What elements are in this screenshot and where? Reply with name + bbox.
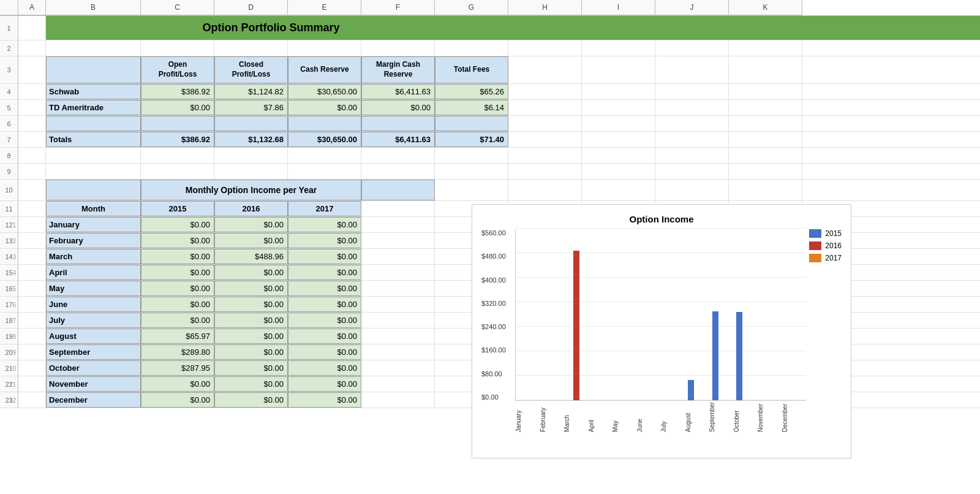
month-december: December [46,392,141,408]
month-march-2016: $488.96 [214,249,288,264]
totals-closed-pl: $1,132.68 [214,132,288,147]
legend-item: 2016 [809,241,842,250]
row-7: 7 Totals $386.92 $1,132.68 $30,650.00 $6… [0,132,980,148]
schwab-cash-reserve: $30,650.00 [288,84,361,99]
cell-h1 [496,16,980,40]
bar-group [712,311,732,400]
month-may-2015: $0.00 [141,281,214,296]
totals-total-fees: $71.40 [435,132,508,147]
y-axis-label: $80.00 [481,370,512,378]
month-february-2015: $0.00 [141,233,214,248]
y-axis-label: $160.00 [481,346,512,354]
rownum-13: 13 2 [0,233,18,248]
month-col-header: Month [46,201,141,216]
x-axis-label: December [782,402,806,433]
schwab-open-pl: $386.92 [141,84,214,99]
totals-cash-reserve: $30,650.00 [288,132,361,147]
schwab-total-fees: $65.26 [435,84,508,99]
chart-grid-line [516,375,806,376]
header-broker [46,56,141,83]
rownum-18: 18 7 [0,313,18,328]
column-headers: A B C D E F G H I J K [0,0,980,16]
month-september-2016: $0.00 [214,344,288,360]
month-october: October [46,360,141,376]
month-february-2016: $0.00 [214,233,288,248]
totals-label: Totals [46,132,141,147]
month-july-2017: $0.00 [288,313,361,328]
month-january-2016: $0.00 [214,217,288,232]
x-axis-label: June [636,402,661,433]
x-axis-label: May [612,402,636,433]
month-march: March [46,249,141,264]
monthly-section-label [46,180,141,200]
year2015-col-header: 2015 [141,201,214,216]
year2017-col-header: 2017 [288,201,361,216]
x-axis-label: October [733,402,758,433]
chart-plot [515,229,806,401]
corner-cell [0,0,18,15]
legend-color [809,229,821,238]
month-december-2016: $0.00 [214,392,288,408]
month-march-2015: $0.00 [141,249,214,264]
chart-grid-line [516,400,806,400]
header-total-fees: Total Fees [435,56,508,83]
month-october-2017: $0.00 [288,360,361,376]
schwab-margin-cash: $6,411.63 [361,84,435,99]
y-axis-label: $560.00 [481,229,512,237]
rownum-11: 11 [0,201,18,216]
month-february: February [46,233,141,248]
month-march-2017: $0.00 [288,249,361,264]
month-april: April [46,265,141,280]
schwab-label: Schwab [46,84,141,99]
legend-color [809,254,821,262]
x-axis: JanuaryFebruaryMarchAprilMayJuneJulyAugu… [515,402,806,433]
chart-grid-line [516,228,806,229]
month-february-2017: $0.00 [288,233,361,248]
rownum-3: 3 [0,56,18,83]
chart-area: $0.00$80.00$160.00$240.00$320.00$400.00$… [481,229,800,425]
month-september-2017: $0.00 [288,344,361,360]
option-income-chart: Option Income $0.00$80.00$160.00$240.00$… [472,204,851,458]
month-may-2017: $0.00 [288,281,361,296]
y-axis-label: $240.00 [481,323,512,330]
td-cash-reserve: $0.00 [288,100,361,115]
col-h-header: H [508,0,582,15]
header-closed-pl: ClosedProfit/Loss [214,56,288,83]
rownum-4: 4 [0,84,18,99]
bar-group [567,251,586,400]
monthly-section-title: Monthly Option Income per Year [141,180,361,200]
header-open-pl: OpenProfit/Loss [141,56,214,83]
row-9: 9 [0,164,980,180]
month-may-2016: $0.00 [214,281,288,296]
chart-title: Option Income [481,214,842,224]
row-5: 5 TD Ameritrade $0.00 $7.86 $0.00 $0.00 … [0,100,980,116]
month-august-2017: $0.00 [288,329,361,344]
month-november-2017: $0.00 [288,376,361,392]
rownum-5: 5 [0,100,18,115]
td-margin-cash: $0.00 [361,100,435,115]
y-axis-label: $400.00 [481,276,512,284]
rownum-15: 15 4 [0,265,18,280]
chart-bar [736,312,742,400]
bar-group [736,312,756,400]
year2016-col-header: 2016 [214,201,288,216]
chart-grid-line [516,351,806,351]
chart-inner: $0.00$80.00$160.00$240.00$320.00$400.00$… [481,229,842,425]
bar-group [688,380,707,400]
col-i-header: I [582,0,655,15]
legend-label: 2016 [825,241,842,250]
rownum-17: 17 6 [0,297,18,312]
month-september: September [46,344,141,360]
rownum-21: 21 10 [0,360,18,376]
chart-bar [712,311,718,400]
month-september-2015: $289.80 [141,344,214,360]
x-axis-label: July [660,402,685,433]
rownum-23: 23 12 [0,392,18,408]
y-axis-label: $480.00 [481,253,512,260]
rownum-2: 2 [0,40,18,56]
header-margin-cash: Margin CashReserve [361,56,435,83]
month-july-2015: $0.00 [141,313,214,328]
month-november-2016: $0.00 [214,376,288,392]
month-june: June [46,297,141,312]
rownum-12: 12 1 [0,217,18,232]
